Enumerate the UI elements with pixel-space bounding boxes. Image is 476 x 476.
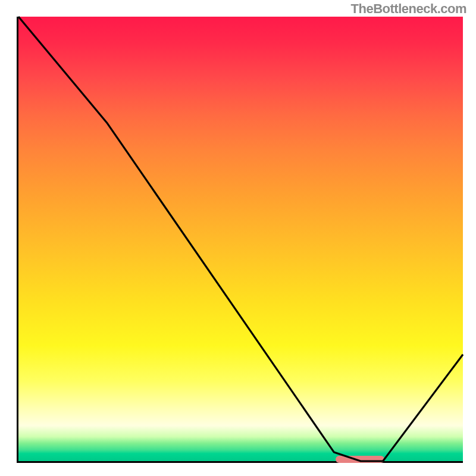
chart-plot-area (17, 17, 463, 463)
watermark-text: TheBottleneck.com (351, 1, 466, 17)
chart-line-series (18, 17, 463, 461)
